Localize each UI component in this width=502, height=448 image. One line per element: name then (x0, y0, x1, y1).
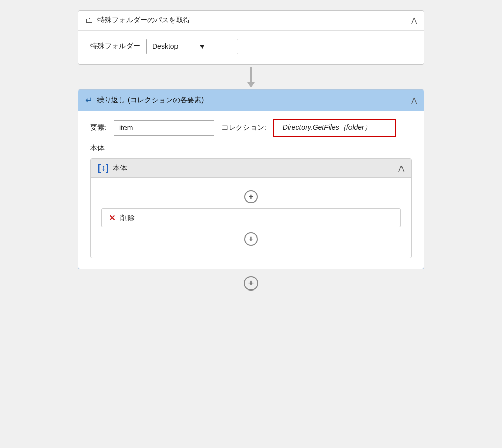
loop-header: ↵ 繰り返し (コレクションの各要素) ⋀ (78, 90, 424, 111)
loop-title: 繰り返し (コレクションの各要素) (97, 96, 204, 105)
special-folder-title: 特殊フォルダーのパスを取得 (97, 16, 190, 25)
inner-block-title: 本体 (113, 164, 127, 173)
loop-collapse-btn[interactable]: ⋀ (411, 96, 417, 104)
delete-label: 削除 (120, 214, 135, 223)
loop-body: 要素: コレクション: Directory.GetFiles（folder） 本… (78, 111, 424, 269)
inner-block-icon: [↕] (98, 163, 109, 173)
global-add-row: + (244, 269, 258, 293)
special-folder-body: 特殊フォルダー Desktop ▼ (78, 31, 424, 64)
loop-icon: ↵ (85, 95, 93, 106)
chevron-down-icon: ▼ (198, 42, 206, 50)
bottom-add-button[interactable]: + (244, 232, 258, 246)
loop-block: ↵ 繰り返し (コレクションの各要素) ⋀ 要素: コレクション: Direct… (78, 89, 424, 269)
inner-block: [↕] 本体 ⋀ + ✕ 削除 (90, 158, 412, 258)
delete-action-row[interactable]: ✕ 削除 (101, 208, 401, 227)
special-folder-dropdown-value: Desktop (152, 42, 178, 50)
top-add-btn-row: + (101, 185, 401, 208)
top-add-button[interactable]: + (244, 190, 258, 203)
special-folder-field-row: 特殊フォルダー Desktop ▼ (90, 39, 412, 54)
inner-block-header: [↕] 本体 ⋀ (91, 159, 411, 178)
special-folder-dropdown[interactable]: Desktop ▼ (146, 39, 238, 54)
inner-block-body: + ✕ 削除 + (91, 178, 411, 258)
loop-field-row: 要素: コレクション: Directory.GetFiles（folder） (90, 119, 412, 137)
delete-icon: ✕ (109, 213, 115, 223)
connector-arrow (57, 65, 445, 89)
collection-label: コレクション: (221, 123, 266, 133)
special-folder-collapse-btn[interactable]: ⋀ (411, 16, 417, 24)
collection-value-field[interactable]: Directory.GetFiles（folder） (273, 119, 396, 137)
bottom-add-btn-row: + (101, 227, 401, 251)
connector-arrowhead (247, 82, 255, 87)
element-label: 要素: (90, 123, 107, 133)
body-label: 本体 (90, 144, 412, 153)
folder-icon: 🗀 (85, 16, 93, 25)
connector-line (250, 67, 252, 82)
special-folder-header: 🗀 特殊フォルダーのパスを取得 ⋀ (78, 11, 424, 31)
special-folder-label: 特殊フォルダー (90, 42, 140, 51)
global-add-button[interactable]: + (244, 276, 258, 291)
element-input[interactable] (114, 120, 214, 136)
special-folder-block: 🗀 特殊フォルダーのパスを取得 ⋀ 特殊フォルダー Desktop ▼ (78, 10, 424, 65)
inner-block-collapse-btn[interactable]: ⋀ (398, 164, 404, 172)
